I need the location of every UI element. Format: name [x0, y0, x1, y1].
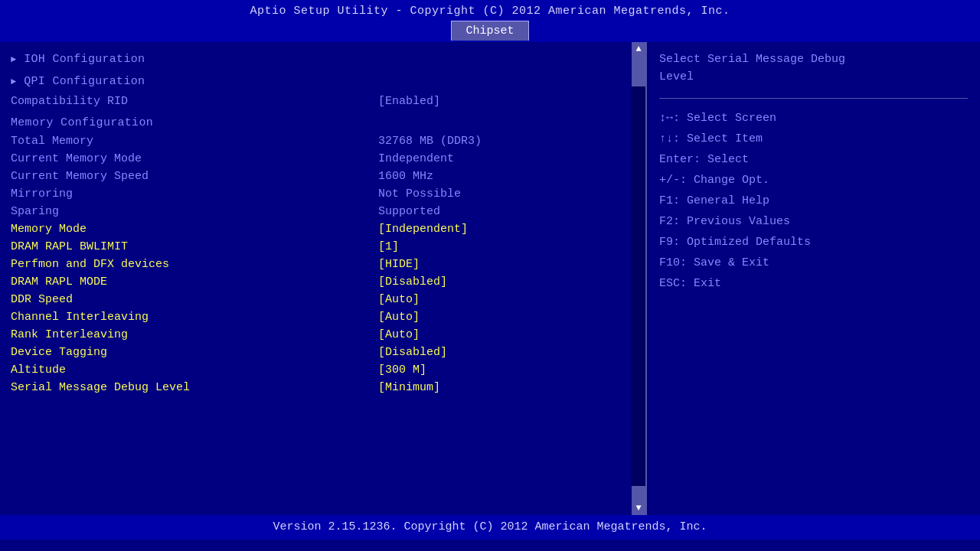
- memory-row-value-5: [Independent]: [378, 223, 468, 236]
- memory-row-value-0: 32768 MB (DDR3): [378, 135, 482, 148]
- key-binding-3: +/-: Change Opt.: [659, 170, 968, 191]
- menu-item-ioh[interactable]: ► IOH Configuration: [11, 48, 635, 70]
- memory-row-label-11: Rank Interleaving: [11, 328, 378, 341]
- scroll-track[interactable]: [632, 56, 645, 501]
- memory-row-3: MirroringNot Possible: [11, 185, 635, 203]
- memory-row-label-6: DRAM RAPL BWLIMIT: [11, 240, 378, 253]
- memory-row-label-13: Altitude: [11, 364, 378, 377]
- key-binding-7: F10: Save & Exit: [659, 253, 968, 273]
- memory-row-value-14: [Minimum]: [378, 381, 440, 394]
- memory-row-value-4: Supported: [378, 205, 440, 218]
- memory-row-label-2: Current Memory Speed: [11, 170, 378, 183]
- key-binding-6: F9: Optimized Defaults: [659, 232, 968, 253]
- scrollbar[interactable]: ▲ ▼: [632, 42, 645, 515]
- memory-row-10[interactable]: Channel Interleaving[Auto]: [11, 308, 635, 326]
- memory-row-1: Current Memory ModeIndependent: [11, 150, 635, 168]
- title: Aptio Setup Utility - Copyright (C) 2012…: [0, 3, 980, 19]
- memory-row-label-3: Mirroring: [11, 187, 378, 201]
- key-binding-2: Enter: Select: [659, 149, 968, 170]
- memory-row-6[interactable]: DRAM RAPL BWLIMIT[1]: [11, 238, 635, 256]
- scroll-thumb-bottom[interactable]: [632, 486, 645, 501]
- header: Aptio Setup Utility - Copyright (C) 2012…: [0, 0, 980, 42]
- footer: Version 2.15.1236. Copyright (C) 2012 Am…: [0, 515, 980, 540]
- memory-row-label-4: Sparing: [11, 205, 378, 218]
- help-line1: Select Serial Message Debug: [659, 51, 968, 69]
- compatibility-rid-label: Compatibility RID: [11, 95, 378, 108]
- key-binding-5: F2: Previous Values: [659, 211, 968, 232]
- help-line2: Level: [659, 69, 968, 86]
- memory-row-5[interactable]: Memory Mode[Independent]: [11, 220, 635, 238]
- key-binding-8: ESC: Exit: [659, 273, 968, 294]
- memory-row-label-1: Current Memory Mode: [11, 152, 378, 165]
- compatibility-rid-value: [Enabled]: [378, 95, 440, 108]
- memory-row-8[interactable]: DRAM RAPL MODE[Disabled]: [11, 273, 635, 291]
- key-bindings-list: ↕↔: Select Screen↑↓: Select ItemEnter: S…: [659, 108, 968, 294]
- memory-row-14[interactable]: Serial Message Debug Level[Minimum]: [11, 379, 635, 396]
- left-panel: ► IOH Configuration ► QPI Configuration …: [0, 42, 647, 515]
- memory-row-value-13: [300 M]: [378, 364, 426, 377]
- memory-row-value-10: [Auto]: [378, 311, 420, 324]
- tab-bar: Chipset: [0, 21, 980, 41]
- memory-row-value-12: [Disabled]: [378, 346, 447, 359]
- memory-row-7[interactable]: Perfmon and DFX devices[HIDE]: [11, 256, 635, 273]
- memory-row-11[interactable]: Rank Interleaving[Auto]: [11, 326, 635, 344]
- key-binding-0: ↕↔: Select Screen: [659, 108, 968, 129]
- qpi-label: QPI Configuration: [24, 75, 145, 88]
- memory-row-label-10: Channel Interleaving: [11, 311, 378, 324]
- menu-list: ► IOH Configuration ► QPI Configuration …: [0, 42, 645, 403]
- memory-row-label-5: Memory Mode: [11, 223, 378, 236]
- memory-row-value-6: [1]: [378, 240, 399, 253]
- memory-config-title: Memory Configuration: [11, 110, 635, 132]
- main-content: ► IOH Configuration ► QPI Configuration …: [0, 42, 980, 515]
- key-binding-4: F1: General Help: [659, 191, 968, 211]
- memory-row-label-9: DDR Speed: [11, 293, 378, 306]
- memory-row-0: Total Memory32768 MB (DDR3): [11, 132, 635, 150]
- footer-text: Version 2.15.1236. Copyright (C) 2012 Am…: [273, 520, 707, 533]
- memory-row-value-7: [HIDE]: [378, 258, 420, 271]
- memory-row-label-12: Device Tagging: [11, 346, 378, 359]
- memory-row-12[interactable]: Device Tagging[Disabled]: [11, 344, 635, 361]
- memory-row-value-9: [Auto]: [378, 293, 420, 306]
- memory-row-label-0: Total Memory: [11, 135, 378, 148]
- memory-row-value-3: Not Possible: [378, 187, 461, 201]
- chipset-tab[interactable]: Chipset: [451, 21, 528, 41]
- memory-row-label-14: Serial Message Debug Level: [11, 381, 378, 394]
- arrow-icon: ►: [11, 77, 16, 87]
- memory-row-label-8: DRAM RAPL MODE: [11, 276, 378, 289]
- right-panel: Select Serial Message Debug Level ↕↔: Se…: [647, 42, 980, 515]
- memory-row-value-8: [Disabled]: [378, 276, 447, 289]
- right-divider: [659, 98, 968, 99]
- arrow-icon: ►: [11, 54, 16, 65]
- help-description: Select Serial Message Debug Level: [659, 51, 968, 86]
- memory-row-13[interactable]: Altitude[300 M]: [11, 361, 635, 379]
- memory-row-4: SparingSupported: [11, 203, 635, 220]
- menu-item-qpi[interactable]: ► QPI Configuration: [11, 70, 635, 93]
- compatibility-rid-row: Compatibility RID [Enabled]: [11, 93, 635, 110]
- memory-row-value-1: Independent: [378, 152, 454, 165]
- scroll-down-arrow[interactable]: ▼: [632, 501, 645, 515]
- memory-row-value-11: [Auto]: [378, 328, 420, 341]
- key-binding-1: ↑↓: Select Item: [659, 129, 968, 149]
- scroll-thumb[interactable]: [632, 56, 645, 86]
- memory-config-rows: Total Memory32768 MB (DDR3)Current Memor…: [11, 132, 635, 396]
- scroll-up-arrow[interactable]: ▲: [632, 42, 645, 56]
- ioh-label: IOH Configuration: [24, 53, 145, 66]
- memory-row-9[interactable]: DDR Speed[Auto]: [11, 291, 635, 308]
- memory-row-value-2: 1600 MHz: [378, 170, 433, 183]
- memory-row-label-7: Perfmon and DFX devices: [11, 258, 378, 271]
- memory-row-2: Current Memory Speed1600 MHz: [11, 168, 635, 185]
